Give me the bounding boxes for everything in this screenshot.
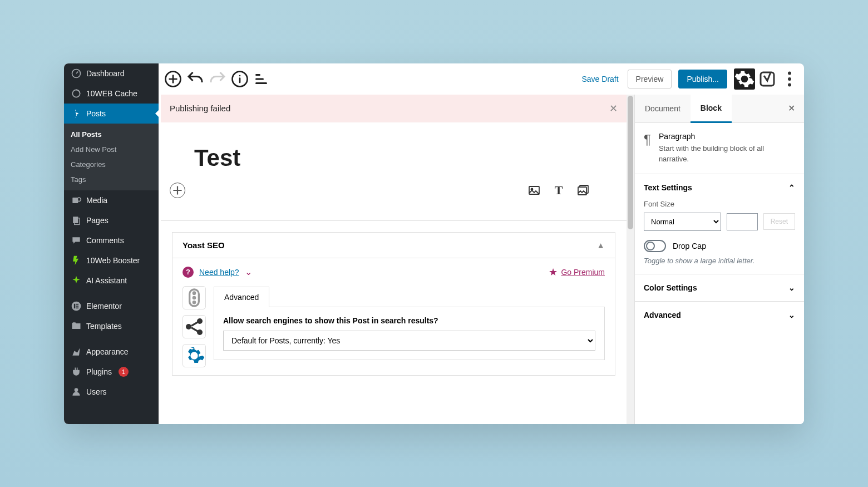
redo-button[interactable] (208, 69, 228, 89)
block-type-desc: Start with the building block of all nar… (659, 143, 795, 165)
svg-point-15 (788, 71, 791, 75)
app-window: Dashboard 10WEB Cache Posts All Posts Ad… (64, 63, 804, 424)
svg-point-16 (788, 77, 791, 81)
sidebar-label: Appearance (86, 347, 129, 356)
yoast-metabox: Yoast SEO ▲ ? Need help? ⌄ ★ Go Premium (172, 232, 615, 376)
sidebar-label: Plugins (86, 367, 112, 376)
svg-rect-4 (73, 217, 78, 223)
sidebar-item-comments[interactable]: Comments (64, 230, 159, 250)
text-icon[interactable]: T (552, 184, 565, 197)
svg-point-17 (788, 83, 791, 86)
help-link[interactable]: Need help? (199, 268, 239, 277)
comments-icon (71, 235, 82, 246)
font-size-select[interactable]: Normal (644, 213, 721, 231)
sidebar-item-plugins[interactable]: Plugins 1 (64, 362, 159, 382)
text-settings-panel[interactable]: Text Settings ⌃ (644, 183, 795, 192)
sidebar-item-booster[interactable]: 10Web Booster (64, 250, 159, 270)
advanced-panel[interactable]: Advanced ⌄ (644, 311, 795, 319)
drop-cap-label: Drop Cap (673, 242, 706, 250)
sidebar-label: Media (86, 196, 107, 205)
seo-tab-label[interactable]: Advanced (214, 287, 269, 307)
admin-sidebar: Dashboard 10WEB Cache Posts All Posts Ad… (64, 63, 159, 424)
pages-icon (71, 215, 82, 226)
preview-button[interactable]: Preview (628, 70, 672, 88)
drop-cap-toggle[interactable] (644, 240, 666, 252)
sidebar-item-posts[interactable]: Posts (64, 104, 159, 124)
elementor-icon (71, 301, 82, 312)
settings-button[interactable] (734, 68, 755, 90)
sidebar-item-elementor[interactable]: Elementor (64, 296, 159, 316)
svg-rect-10 (76, 307, 78, 308)
seo-social-tab[interactable] (183, 315, 206, 338)
svg-point-26 (186, 324, 191, 329)
submenu-categories[interactable]: Categories (64, 157, 159, 172)
sidebar-item-ai[interactable]: AI Assistant (64, 270, 159, 291)
yoast-button[interactable] (757, 69, 777, 89)
image-icon[interactable] (527, 184, 541, 197)
appearance-icon (71, 346, 82, 357)
scrollbar[interactable] (627, 95, 634, 424)
font-reset-button[interactable]: Reset (763, 213, 795, 230)
svg-point-24 (193, 297, 195, 298)
chevron-down-icon: ⌄ (788, 311, 795, 319)
gallery-icon[interactable] (576, 184, 590, 197)
undo-button[interactable] (185, 69, 205, 89)
outline-button[interactable] (252, 69, 272, 89)
font-size-label: Font Size (644, 200, 795, 208)
editor-toolbar: Save Draft Preview Publish... (159, 63, 804, 95)
star-icon: ★ (549, 266, 558, 278)
sidebar-item-users[interactable]: Users (64, 382, 159, 402)
publish-button[interactable]: Publish... (678, 70, 727, 88)
svg-point-23 (193, 292, 195, 294)
media-icon (71, 195, 82, 206)
plugins-icon (71, 366, 82, 377)
svg-rect-9 (76, 306, 78, 307)
sidebar-label: Pages (86, 216, 108, 225)
sidebar-item-templates[interactable]: Templates (64, 316, 159, 336)
close-inspector-button[interactable]: ✕ (779, 103, 804, 114)
submenu-add-new[interactable]: Add New Post (64, 142, 159, 157)
sidebar-label: Users (86, 387, 107, 396)
sidebar-item-media[interactable]: Media (64, 190, 159, 210)
templates-icon (71, 321, 82, 332)
inline-add-block-button[interactable] (170, 183, 185, 198)
add-block-button[interactable] (163, 69, 183, 89)
editor-canvas: Publishing failed ✕ T (159, 95, 627, 424)
sidebar-label: 10WEB Cache (86, 89, 137, 98)
chevron-up-icon: ⌃ (788, 183, 795, 192)
svg-point-25 (193, 301, 195, 303)
submenu-all-posts[interactable]: All Posts (64, 127, 159, 142)
info-button[interactable] (230, 69, 250, 89)
chevron-down-icon: ⌄ (788, 283, 795, 292)
svg-rect-7 (74, 303, 76, 308)
booster-icon (71, 255, 82, 266)
tab-block[interactable]: Block (691, 95, 732, 123)
seo-advanced-tab[interactable] (183, 344, 206, 367)
close-icon[interactable]: ✕ (609, 102, 618, 115)
more-options-button[interactable] (780, 69, 800, 89)
go-premium-link[interactable]: Go Premium (561, 268, 605, 277)
sidebar-item-appearance[interactable]: Appearance (64, 342, 159, 362)
pin-icon (71, 108, 82, 119)
submenu-tags[interactable]: Tags (64, 172, 159, 187)
sidebar-item-dashboard[interactable]: Dashboard (64, 63, 159, 83)
color-settings-panel[interactable]: Color Settings ⌄ (644, 283, 795, 292)
block-inspector: Document Block ✕ ¶ Paragraph Start with … (634, 95, 804, 424)
seo-readability-tab[interactable] (183, 286, 206, 309)
post-title-input[interactable] (194, 145, 593, 171)
plugins-badge: 1 (119, 367, 129, 377)
save-draft-button[interactable]: Save Draft (575, 75, 625, 83)
sidebar-item-pages[interactable]: Pages (64, 210, 159, 230)
dashboard-icon (71, 68, 82, 79)
tab-document[interactable]: Document (635, 95, 691, 122)
sidebar-submenu: All Posts Add New Post Categories Tags (64, 124, 159, 190)
sidebar-label: 10Web Booster (86, 256, 140, 265)
seo-indexing-select[interactable]: Default for Posts, currently: Yes (223, 331, 595, 351)
chevron-down-icon[interactable]: ⌄ (245, 267, 252, 277)
main-area: Save Draft Preview Publish... Publishing… (159, 63, 804, 424)
sidebar-item-10web-cache[interactable]: 10WEB Cache (64, 83, 159, 104)
collapse-icon[interactable]: ▲ (596, 240, 605, 250)
cache-icon (71, 88, 82, 99)
notice-message: Publishing failed (170, 104, 230, 113)
font-size-input[interactable] (727, 213, 758, 230)
